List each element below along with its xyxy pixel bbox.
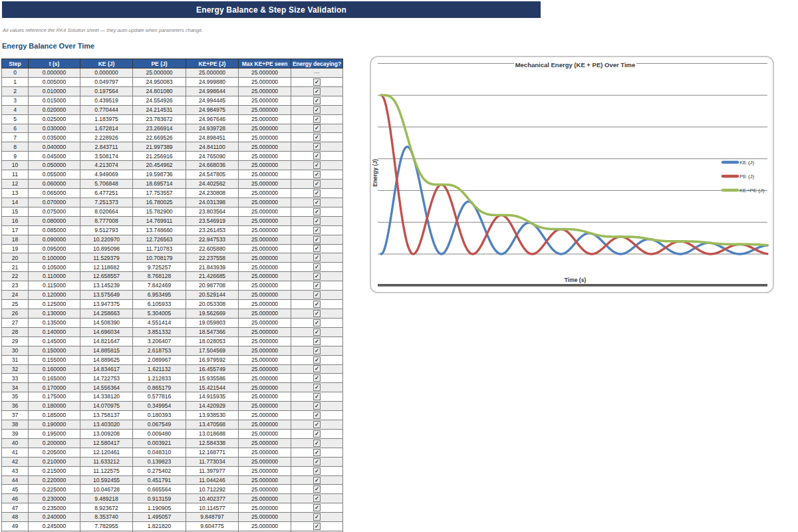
decaying-checkbox[interactable]: ✓ bbox=[313, 152, 321, 160]
table-cell[interactable]: 6.953495 bbox=[133, 291, 186, 300]
decaying-checkbox[interactable]: ✓ bbox=[313, 384, 321, 391]
table-cell[interactable]: 21.256916 bbox=[133, 152, 186, 161]
table-cell[interactable]: 0.770444 bbox=[80, 105, 133, 114]
table-cell[interactable]: 25.000000 bbox=[239, 68, 291, 78]
table-cell[interactable]: 23 bbox=[2, 281, 29, 291]
table-cell[interactable]: 0.275402 bbox=[133, 466, 186, 475]
decaying-checkbox[interactable]: ✓ bbox=[313, 88, 321, 95]
table-cell[interactable]: 10.220970 bbox=[80, 235, 133, 244]
table-cell[interactable]: 3.508174 bbox=[80, 152, 133, 161]
table-cell[interactable]: 15.421544 bbox=[186, 383, 239, 392]
table-cell[interactable]: 25.000000 bbox=[239, 96, 291, 105]
table-cell[interactable]: 24.668036 bbox=[186, 161, 239, 170]
table-cell[interactable]: 25.000000 bbox=[239, 272, 291, 281]
table-cell[interactable]: 25.000000 bbox=[239, 225, 291, 235]
table-cell[interactable]: 19.598736 bbox=[133, 170, 186, 180]
decaying-checkbox[interactable]: ✓ bbox=[313, 180, 321, 188]
table-cell[interactable]: 14.258663 bbox=[80, 309, 133, 318]
table-cell[interactable]: 20.987708 bbox=[186, 281, 239, 291]
table-cell[interactable]: 12.658557 bbox=[80, 272, 133, 281]
decaying-checkbox[interactable]: ✓ bbox=[313, 329, 321, 336]
table-cell[interactable]: 0.451791 bbox=[133, 475, 186, 485]
table-cell[interactable]: 6 bbox=[2, 124, 29, 133]
table-cell[interactable]: 1.495057 bbox=[133, 513, 186, 522]
decaying-checkbox[interactable]: ✓ bbox=[313, 208, 321, 215]
table-cell[interactable]: 0.210000 bbox=[29, 457, 80, 466]
table-cell[interactable]: 2.618753 bbox=[133, 346, 186, 355]
table-cell[interactable]: 0.000000 bbox=[29, 68, 80, 78]
table-cell[interactable]: 0.130000 bbox=[29, 309, 80, 318]
table-cell[interactable]: 0.665564 bbox=[133, 485, 186, 494]
table-cell[interactable]: 16.979592 bbox=[186, 355, 239, 364]
table-cell[interactable]: 25.000000 bbox=[186, 68, 239, 78]
energy-chart-object[interactable]: Mechanical Energy (KE + PE) Over TimeKE … bbox=[370, 56, 774, 293]
table-cell[interactable]: 25.000000 bbox=[239, 152, 291, 161]
table-cell[interactable]: 25.000000 bbox=[239, 253, 291, 263]
table-cell[interactable]: 24.402562 bbox=[186, 180, 239, 189]
table-cell[interactable]: 0.070000 bbox=[29, 198, 80, 207]
table-cell[interactable]: 13.575649 bbox=[80, 291, 133, 300]
table-cell[interactable]: 25.000000 bbox=[239, 244, 291, 253]
table-cell[interactable]: 20.053308 bbox=[186, 300, 239, 309]
decaying-checkbox[interactable]: ✓ bbox=[313, 162, 321, 169]
table-cell[interactable]: 25.000000 bbox=[239, 198, 291, 207]
table-cell[interactable]: 8.768128 bbox=[133, 272, 186, 281]
table-cell[interactable]: 18.695714 bbox=[133, 180, 186, 189]
table-cell[interactable]: 13.470568 bbox=[186, 420, 239, 430]
table-cell[interactable]: 25.000000 bbox=[133, 68, 186, 78]
table-cell[interactable]: 21.426685 bbox=[186, 272, 239, 281]
table-cell[interactable]: 11.633212 bbox=[80, 457, 133, 466]
table-cell[interactable]: 13.938530 bbox=[186, 411, 239, 420]
table-cell[interactable]: 19.562669 bbox=[186, 309, 239, 318]
decaying-checkbox[interactable]: ✓ bbox=[313, 106, 321, 114]
table-cell[interactable]: 32 bbox=[2, 364, 29, 374]
table-cell[interactable]: 9 bbox=[2, 152, 29, 161]
table-cell[interactable]: 24.554926 bbox=[133, 96, 186, 105]
table-cell[interactable]: 25.000000 bbox=[239, 170, 291, 180]
table-cell[interactable]: 36 bbox=[2, 402, 29, 411]
table-cell[interactable]: 25.000000 bbox=[239, 309, 291, 318]
decaying-checkbox[interactable]: ✓ bbox=[313, 254, 321, 261]
table-cell[interactable]: 0.095000 bbox=[29, 244, 80, 253]
table-cell[interactable]: 22.605880 bbox=[186, 244, 239, 253]
table-cell[interactable]: 9.489218 bbox=[80, 494, 133, 503]
table-cell[interactable]: 42 bbox=[2, 457, 29, 466]
table-cell[interactable]: 24.031398 bbox=[186, 198, 239, 207]
table-cell[interactable]: 2.089967 bbox=[133, 355, 186, 364]
decaying-checkbox[interactable]: ✓ bbox=[313, 263, 321, 271]
table-cell[interactable]: 13 bbox=[2, 188, 29, 198]
table-cell[interactable]: 0.175000 bbox=[29, 392, 80, 402]
table-cell[interactable]: 0.185000 bbox=[29, 411, 80, 420]
table-cell[interactable]: 2.843711 bbox=[80, 142, 133, 152]
table-cell[interactable]: 37 bbox=[2, 411, 29, 420]
table-cell[interactable]: 0.125000 bbox=[29, 300, 80, 309]
table-cell[interactable]: 25.000000 bbox=[239, 475, 291, 485]
table-cell[interactable]: 0.195000 bbox=[29, 429, 80, 438]
table-cell[interactable]: 16.455749 bbox=[186, 364, 239, 374]
table-cell[interactable]: 0.220000 bbox=[29, 475, 80, 485]
table-cell[interactable]: 9.725257 bbox=[133, 263, 186, 272]
table-cell[interactable]: 1.672814 bbox=[80, 124, 133, 133]
table-cell[interactable]: 46 bbox=[2, 494, 29, 503]
table-cell[interactable]: 14.885815 bbox=[80, 346, 133, 355]
table-cell[interactable]: 24.547805 bbox=[186, 170, 239, 180]
table-cell[interactable]: 24.967646 bbox=[186, 114, 239, 124]
table-cell[interactable]: 0.577816 bbox=[133, 392, 186, 402]
table-cell[interactable]: 39 bbox=[2, 429, 29, 438]
table-cell[interactable]: 13.018688 bbox=[186, 429, 239, 438]
decaying-checkbox[interactable]: ✓ bbox=[313, 291, 321, 299]
table-cell[interactable]: 8.020664 bbox=[80, 207, 133, 216]
table-cell[interactable]: 11.529379 bbox=[80, 253, 133, 263]
table-cell[interactable]: 0.035000 bbox=[29, 133, 80, 142]
table-cell[interactable]: 1.821820 bbox=[133, 522, 186, 531]
table-cell[interactable]: 25.000000 bbox=[239, 346, 291, 355]
table-cell[interactable]: 44 bbox=[2, 475, 29, 485]
table-cell[interactable]: 28 bbox=[2, 327, 29, 336]
table-cell[interactable]: 10 bbox=[2, 161, 29, 170]
table-cell[interactable]: 31 bbox=[2, 355, 29, 364]
table-cell[interactable]: 17.753557 bbox=[133, 188, 186, 198]
table-cell[interactable]: 24 bbox=[2, 291, 29, 300]
table-cell[interactable]: 13.009208 bbox=[80, 429, 133, 438]
decaying-checkbox[interactable]: ✓ bbox=[313, 282, 321, 289]
table-cell[interactable]: 25.000000 bbox=[239, 438, 291, 448]
